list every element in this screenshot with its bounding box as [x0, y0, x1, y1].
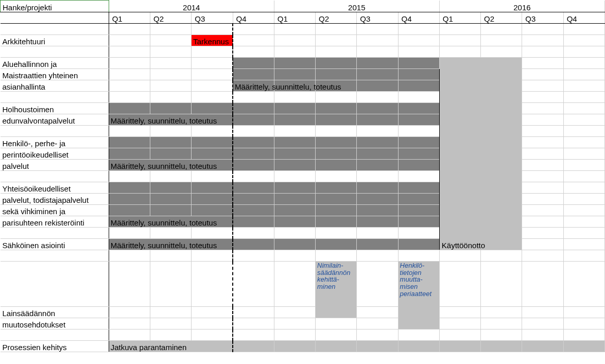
- header-blank: [1, 12, 109, 24]
- row-label: Henkilö-, perhe- ja: [1, 137, 109, 148]
- row-label: asianhallinta: [1, 80, 109, 92]
- row-label: Prosessien kehitys: [1, 341, 109, 352]
- row-label: palvelut, todistajapalvelut: [1, 194, 109, 205]
- row-label: parisuhteen rekisteröinti: [1, 216, 109, 228]
- row-label: Sähköinen asiointi: [1, 239, 109, 250]
- q: Q2: [316, 12, 357, 24]
- row-label: muutosehdotukset: [1, 318, 109, 330]
- row-prosessien: Prosessien kehitys Jatkuva parantaminen: [1, 341, 605, 352]
- box-henkilotietojen: Henkilö- tietojen muutta- misen periaatt…: [398, 262, 439, 330]
- spacer-row: [1, 250, 605, 262]
- bar-maarittely: Määrittely, suunnittelu, toteutus: [109, 239, 233, 250]
- q: Q1: [439, 12, 480, 24]
- row-aluehallinto: Aluehallinnon ja Käyttöönotto: [1, 58, 605, 69]
- bar-kayttoonotto: Käyttöönotto: [439, 58, 522, 250]
- kayttoonotto-label: Käyttöönotto: [440, 241, 522, 250]
- bar-tarkennus: Tarkennus: [192, 35, 233, 46]
- q: Q2: [150, 12, 191, 24]
- q: Q4: [398, 12, 439, 24]
- row-label: palvelut: [1, 160, 109, 171]
- row-lainsaadanto: Lainsäädännön: [1, 307, 605, 318]
- bar-maarittely: Määrittely, suunnittelu, toteutus: [233, 80, 274, 92]
- q: Q4: [233, 12, 274, 24]
- q: Q3: [192, 12, 233, 24]
- row-label: Aluehallinnon ja: [1, 58, 109, 69]
- bar-maarittely: Määrittely, suunnittelu, toteutus: [109, 160, 233, 171]
- header-year-2016: 2016: [439, 1, 604, 12]
- q: Q3: [357, 12, 398, 24]
- q: Q4: [563, 12, 604, 24]
- row-label: Holhoustoimen: [1, 103, 109, 114]
- box-nimilain: Nimilain- säädännön kehittä- minen: [316, 262, 357, 318]
- bar-maarittely: Määrittely, suunnittelu, toteutus: [109, 216, 233, 228]
- spacer-row: [1, 46, 605, 58]
- header-hanke: Hanke/projekti: [1, 1, 109, 12]
- bar-jatkuva: Jatkuva parantaminen: [109, 341, 233, 352]
- header-year-2014: 2014: [109, 1, 274, 12]
- row-label: Lainsäädännön: [1, 307, 109, 318]
- row-label: edunvalvontapalvelut: [1, 114, 109, 126]
- gantt-sheet: Hanke/projekti 2014 2015 2016 Q1 Q2 Q3 Q…: [0, 0, 605, 352]
- row-label: Maistraattien yhteinen: [1, 69, 109, 80]
- q: Q1: [274, 12, 315, 24]
- row-lainsaadanto: muutosehdotukset: [1, 318, 605, 330]
- q: Q3: [522, 12, 563, 24]
- row-lainsaadanto: Nimilain- säädännön kehittä- minen Henki…: [1, 262, 605, 307]
- q: Q2: [481, 12, 522, 24]
- header-row-quarters: Q1 Q2 Q3 Q4 Q1 Q2 Q3 Q4 Q1 Q2 Q3 Q4: [1, 12, 605, 24]
- row-label: Yhteisöoikeudelliset: [1, 182, 109, 194]
- row-arkkitehtuuri: Arkkitehtuuri Tarkennus: [1, 35, 605, 46]
- row-label: perintöoikeudelliset: [1, 148, 109, 160]
- header-row-years: Hanke/projekti 2014 2015 2016: [1, 1, 605, 12]
- gantt-table: Hanke/projekti 2014 2015 2016 Q1 Q2 Q3 Q…: [0, 0, 605, 352]
- bar-maarittely: Määrittely, suunnittelu, toteutus: [109, 114, 233, 126]
- row-label: sekä vihkiminen ja: [1, 205, 109, 216]
- q: Q1: [109, 12, 150, 24]
- row-label: Arkkitehtuuri: [1, 35, 109, 46]
- spacer-row: [1, 330, 605, 341]
- spacer-row: [1, 24, 605, 35]
- header-year-2015: 2015: [274, 1, 439, 12]
